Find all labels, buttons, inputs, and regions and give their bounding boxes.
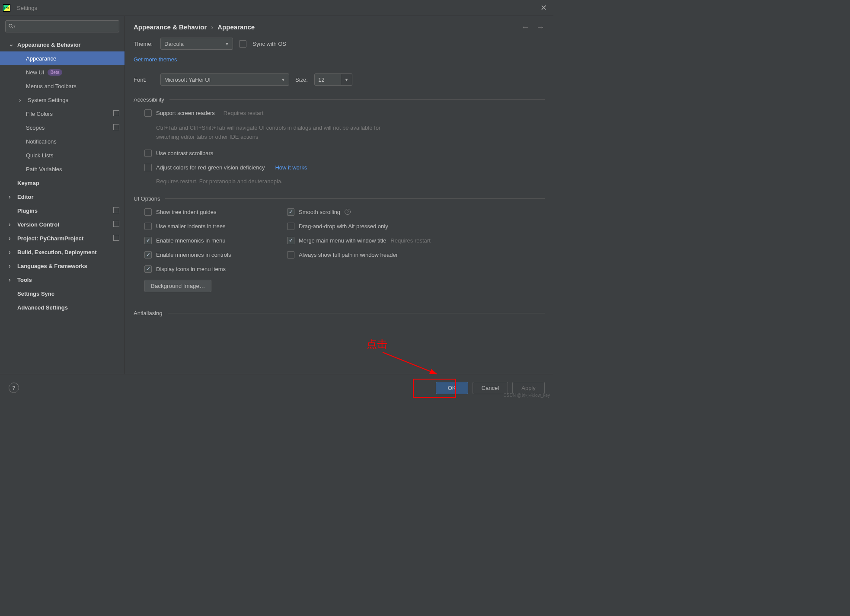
mnemonics-controls-checkbox[interactable] xyxy=(144,251,152,259)
tree-item-label: Plugins xyxy=(17,207,38,214)
search-input[interactable]: ▾ xyxy=(5,20,119,32)
tree-item[interactable]: Tools xyxy=(0,273,125,287)
theme-label: Theme: xyxy=(134,41,154,47)
size-input[interactable]: 12 xyxy=(314,73,341,86)
settings-tree: Appearance & BehaviorAppearanceNew UIBet… xyxy=(0,38,125,314)
help-icon[interactable]: ? xyxy=(9,383,19,393)
theme-select[interactable]: Darcula▼ xyxy=(160,38,233,50)
tree-item[interactable]: File Colors xyxy=(0,107,125,121)
colorblind-checkbox[interactable] xyxy=(144,164,152,171)
chevron-icon xyxy=(9,276,17,283)
breadcrumb-separator: › xyxy=(211,23,213,31)
tree-item[interactable]: Appearance & Behavior xyxy=(0,38,125,51)
tree-item[interactable]: Notifications xyxy=(0,134,125,148)
back-icon[interactable]: ← xyxy=(521,22,530,32)
contrast-scrollbars-checkbox[interactable] xyxy=(144,150,152,157)
project-scope-icon xyxy=(114,222,119,227)
body: ▾ Appearance & BehaviorAppearanceNew UIB… xyxy=(0,16,553,374)
sync-os-label: Sync with OS xyxy=(252,41,286,47)
nav-arrows: ← → xyxy=(521,22,545,32)
ui-options-section-title: UI Options xyxy=(134,195,545,202)
tree-item[interactable]: Appearance xyxy=(0,51,125,65)
tree-guides-checkbox[interactable] xyxy=(144,208,152,216)
tree-item[interactable]: Path Variables xyxy=(0,162,125,176)
tree-item[interactable]: New UIBeta xyxy=(0,65,125,79)
sync-os-checkbox[interactable] xyxy=(239,40,246,48)
tree-item-label: Appearance & Behavior xyxy=(17,41,81,48)
tree-item-label: Scopes xyxy=(26,124,45,131)
tree-item[interactable]: Languages & Frameworks xyxy=(0,259,125,273)
close-icon[interactable]: ✕ xyxy=(540,3,550,13)
chevron-icon xyxy=(9,262,17,269)
antialiasing-section-title: Antialiasing xyxy=(134,310,545,316)
project-scope-icon xyxy=(114,236,119,241)
project-scope-icon xyxy=(114,208,119,213)
annotation-arrow xyxy=(380,350,445,380)
chevron-icon xyxy=(9,193,17,200)
chevron-icon xyxy=(9,249,17,255)
tree-item-label: Quick Lists xyxy=(26,152,54,159)
contrast-scrollbars-label: Use contrast scrollbars xyxy=(156,150,213,156)
svg-line-1 xyxy=(12,27,13,29)
tree-item-label: Languages & Frameworks xyxy=(17,263,87,269)
forward-icon[interactable]: → xyxy=(536,22,545,32)
tree-item[interactable]: Advanced Settings xyxy=(0,300,125,314)
colorblind-label: Adjust colors for red-green vision defic… xyxy=(156,164,265,171)
tree-item[interactable]: Scopes xyxy=(0,121,125,134)
watermark: CSDN @帅小伙low_key xyxy=(504,393,550,399)
tree-item[interactable]: Keymap xyxy=(0,176,125,190)
tree-item[interactable]: Quick Lists xyxy=(0,148,125,162)
tree-item-label: System Settings xyxy=(28,97,68,103)
tree-item[interactable]: Settings Sync xyxy=(0,287,125,300)
tree-item[interactable]: System Settings xyxy=(0,93,125,107)
get-more-themes-link[interactable]: Get more themes xyxy=(134,56,177,63)
content-area: Theme: Darcula▼ Sync with OS Get more th… xyxy=(125,38,553,374)
tree-item-label: Settings Sync xyxy=(17,290,54,297)
chevron-icon xyxy=(19,96,28,103)
tree-item[interactable]: Version Control xyxy=(0,217,125,231)
footer: ? OK Cancel Apply xyxy=(0,374,553,401)
tree-item[interactable]: Editor xyxy=(0,190,125,204)
smaller-indents-checkbox[interactable] xyxy=(144,223,152,230)
full-path-checkbox[interactable] xyxy=(287,251,294,259)
chevron-icon xyxy=(9,221,17,228)
accessibility-section-title: Accessibility xyxy=(134,96,545,103)
dnd-alt-checkbox[interactable] xyxy=(287,223,294,230)
tree-item-label: Notifications xyxy=(26,138,57,145)
beta-badge: Beta xyxy=(48,69,63,76)
tree-item-label: Menus and Toolbars xyxy=(26,83,77,89)
menu-icons-checkbox[interactable] xyxy=(144,265,152,273)
smooth-scrolling-checkbox[interactable] xyxy=(287,208,294,216)
tree-item-label: Version Control xyxy=(17,221,59,228)
mnemonics-menu-checkbox[interactable] xyxy=(144,237,152,244)
app-icon: PC xyxy=(3,4,10,12)
tree-item-label: Appearance xyxy=(26,55,56,62)
info-icon[interactable]: ? xyxy=(345,209,351,215)
cancel-button[interactable]: Cancel xyxy=(473,382,508,394)
tree-item[interactable]: Plugins xyxy=(0,204,125,217)
tree-item-label: Tools xyxy=(17,277,32,283)
caret-down-icon: ▼ xyxy=(225,41,229,46)
chevron-icon xyxy=(9,235,17,242)
caret-down-icon: ▼ xyxy=(281,77,285,82)
font-select[interactable]: Microsoft YaHei UI▼ xyxy=(160,73,289,86)
screen-readers-checkbox[interactable] xyxy=(144,109,152,117)
tree-item[interactable]: Project: PyCharmProject xyxy=(0,231,125,245)
chevron-icon xyxy=(9,41,17,48)
how-it-works-link[interactable]: How it works xyxy=(275,164,307,171)
size-label: Size: xyxy=(295,77,308,83)
tree-item[interactable]: Build, Execution, Deployment xyxy=(0,245,125,259)
breadcrumb-parent[interactable]: Appearance & Behavior xyxy=(134,23,207,31)
size-stepper[interactable]: ▼ xyxy=(341,73,352,86)
annotation-text: 点击 xyxy=(367,337,387,351)
screen-readers-label: Support screen readers xyxy=(156,110,215,116)
svg-point-0 xyxy=(9,24,12,27)
tree-item-label: Editor xyxy=(17,194,34,200)
merge-menu-checkbox[interactable] xyxy=(287,237,294,244)
project-scope-icon xyxy=(114,111,119,116)
background-image-button[interactable]: Background Image… xyxy=(144,280,211,292)
tree-item-label: Project: PyCharmProject xyxy=(17,235,83,242)
tree-item[interactable]: Menus and Toolbars xyxy=(0,79,125,93)
colorblind-hint: Requires restart. For protanopia and deu… xyxy=(156,178,545,185)
annotation-highlight xyxy=(413,379,456,398)
